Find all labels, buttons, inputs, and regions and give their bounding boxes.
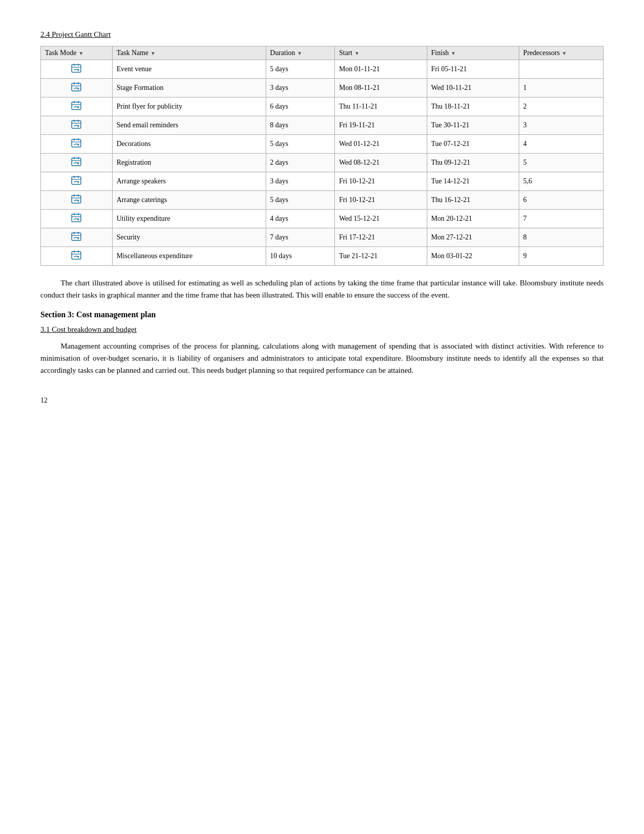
table-row: Miscellaneous expenditure10 daysTue 21-1… bbox=[41, 247, 604, 266]
task-mode-icon bbox=[71, 231, 82, 242]
task-mode-cell bbox=[41, 116, 113, 135]
finish-cell: Mon 20-12-21 bbox=[427, 210, 519, 228]
start-cell: Thu 11-11-21 bbox=[335, 97, 427, 116]
predecessors-cell: 2 bbox=[519, 97, 603, 116]
start-cell: Fri 19-11-21 bbox=[335, 116, 427, 135]
table-row: Security7 daysFri 17-12-21Mon 27-12-218 bbox=[41, 228, 604, 247]
table-row: Arrange speakers3 daysFri 10-12-21Tue 14… bbox=[41, 172, 604, 191]
task-name-cell: Registration bbox=[112, 154, 266, 172]
predecessors-cell: 4 bbox=[519, 135, 603, 154]
col-header-task-name[interactable]: Task Name ▼ bbox=[112, 46, 266, 60]
finish-dropdown-arrow[interactable]: ▼ bbox=[451, 51, 456, 56]
duration-cell: 8 days bbox=[266, 116, 335, 135]
start-dropdown-arrow[interactable]: ▼ bbox=[355, 51, 360, 56]
start-cell: Fri 10-12-21 bbox=[335, 172, 427, 191]
task-mode-cell bbox=[41, 228, 113, 247]
col-header-predecessors[interactable]: Predecessors ▼ bbox=[519, 46, 603, 60]
section-24-heading: 2.4 Project Gantt Chart bbox=[40, 30, 604, 39]
predecessors-cell: 7 bbox=[519, 210, 603, 228]
task-name-dropdown-arrow[interactable]: ▼ bbox=[151, 51, 156, 56]
duration-cell: 6 days bbox=[266, 97, 335, 116]
start-cell: Wed 15-12-21 bbox=[335, 210, 427, 228]
col-header-finish[interactable]: Finish ▼ bbox=[427, 46, 519, 60]
task-mode-cell bbox=[41, 60, 113, 79]
section-3-title: Section 3: Cost management plan bbox=[40, 310, 604, 319]
paragraph-1: The chart illustrated above is utilised … bbox=[40, 277, 604, 301]
svg-rect-4 bbox=[72, 65, 81, 72]
gantt-table: Task Mode ▼ Task Name ▼ Duration ▼ bbox=[40, 46, 604, 266]
task-name-cell: Arrange speakers bbox=[112, 172, 266, 191]
task-name-cell: Event venue bbox=[112, 60, 266, 79]
task-name-cell: Send email reminders bbox=[112, 116, 266, 135]
task-name-cell: Print flyer for publicity bbox=[112, 97, 266, 116]
task-name-cell: Miscellaneous expenditure bbox=[112, 247, 266, 266]
svg-rect-28 bbox=[72, 177, 81, 184]
predecessors-cell: 6 bbox=[519, 191, 603, 210]
task-mode-cell bbox=[41, 135, 113, 154]
predecessors-cell: 5 bbox=[519, 154, 603, 172]
duration-cell: 5 days bbox=[266, 135, 335, 154]
finish-cell: Tue 30-11-21 bbox=[427, 116, 519, 135]
finish-cell: Fri 05-11-21 bbox=[427, 60, 519, 79]
svg-rect-24 bbox=[72, 158, 81, 166]
predecessors-cell: 8 bbox=[519, 228, 603, 247]
table-row: Registration2 daysWed 08-12-21Thu 09-12-… bbox=[41, 154, 604, 172]
task-mode-icon bbox=[71, 137, 82, 149]
table-row: Utility expenditure4 daysWed 15-12-21Mon… bbox=[41, 210, 604, 228]
col-header-task-mode[interactable]: Task Mode ▼ bbox=[41, 46, 113, 60]
task-mode-icon bbox=[71, 250, 82, 261]
task-mode-cell bbox=[41, 247, 113, 266]
task-mode-icon bbox=[71, 212, 82, 223]
task-mode-icon bbox=[71, 156, 82, 167]
duration-cell: 3 days bbox=[266, 79, 335, 97]
finish-cell: Mon 03-01-22 bbox=[427, 247, 519, 266]
task-name-cell: Decorations bbox=[112, 135, 266, 154]
task-mode-icon bbox=[71, 81, 82, 92]
predecessors-cell: 5,6 bbox=[519, 172, 603, 191]
start-cell: Fri 10-12-21 bbox=[335, 191, 427, 210]
svg-rect-32 bbox=[72, 195, 81, 203]
start-cell: Fri 17-12-21 bbox=[335, 228, 427, 247]
duration-cell: 10 days bbox=[266, 247, 335, 266]
svg-rect-40 bbox=[72, 233, 81, 240]
start-cell: Mon 08-11-21 bbox=[335, 79, 427, 97]
task-mode-icon bbox=[71, 63, 82, 74]
start-cell: Wed 01-12-21 bbox=[335, 135, 427, 154]
svg-rect-12 bbox=[72, 102, 81, 110]
table-row: Decorations5 daysWed 01-12-21Tue 07-12-2… bbox=[41, 135, 604, 154]
start-cell: Mon 01-11-21 bbox=[335, 60, 427, 79]
duration-cell: 4 days bbox=[266, 210, 335, 228]
col-header-start[interactable]: Start ▼ bbox=[335, 46, 427, 60]
sub-31-heading: 3.1 Cost breakdown and budget bbox=[40, 325, 604, 334]
task-mode-cell bbox=[41, 210, 113, 228]
predecessors-dropdown-arrow[interactable]: ▼ bbox=[562, 51, 567, 56]
paragraph-2: Management accounting comprises of the p… bbox=[40, 340, 604, 376]
task-mode-cell bbox=[41, 97, 113, 116]
task-mode-cell bbox=[41, 154, 113, 172]
start-cell: Tue 21-12-21 bbox=[335, 247, 427, 266]
duration-cell: 5 days bbox=[266, 191, 335, 210]
table-row: Arrange caterings5 daysFri 10-12-21Thu 1… bbox=[41, 191, 604, 210]
task-mode-icon bbox=[71, 119, 82, 130]
finish-cell: Tue 07-12-21 bbox=[427, 135, 519, 154]
svg-rect-16 bbox=[72, 121, 81, 128]
task-name-cell: Stage Formation bbox=[112, 79, 266, 97]
duration-cell: 3 days bbox=[266, 172, 335, 191]
document-container: 2.4 Project Gantt Chart Task Mode ▼ Task… bbox=[40, 30, 604, 405]
table-row: Stage Formation3 daysMon 08-11-21Wed 10-… bbox=[41, 79, 604, 97]
task-mode-icon bbox=[71, 100, 82, 111]
task-name-cell: Arrange caterings bbox=[112, 191, 266, 210]
task-mode-dropdown-arrow[interactable]: ▼ bbox=[78, 51, 83, 56]
duration-dropdown-arrow[interactable]: ▼ bbox=[297, 51, 302, 56]
task-mode-cell bbox=[41, 191, 113, 210]
table-row: Print flyer for publicity6 daysThu 11-11… bbox=[41, 97, 604, 116]
task-mode-icon bbox=[71, 175, 82, 186]
predecessors-cell bbox=[519, 60, 603, 79]
task-mode-icon bbox=[71, 193, 82, 205]
svg-rect-44 bbox=[72, 252, 81, 259]
finish-cell: Thu 16-12-21 bbox=[427, 191, 519, 210]
task-name-cell: Security bbox=[112, 228, 266, 247]
duration-cell: 5 days bbox=[266, 60, 335, 79]
finish-cell: Tue 14-12-21 bbox=[427, 172, 519, 191]
col-header-duration[interactable]: Duration ▼ bbox=[266, 46, 335, 60]
